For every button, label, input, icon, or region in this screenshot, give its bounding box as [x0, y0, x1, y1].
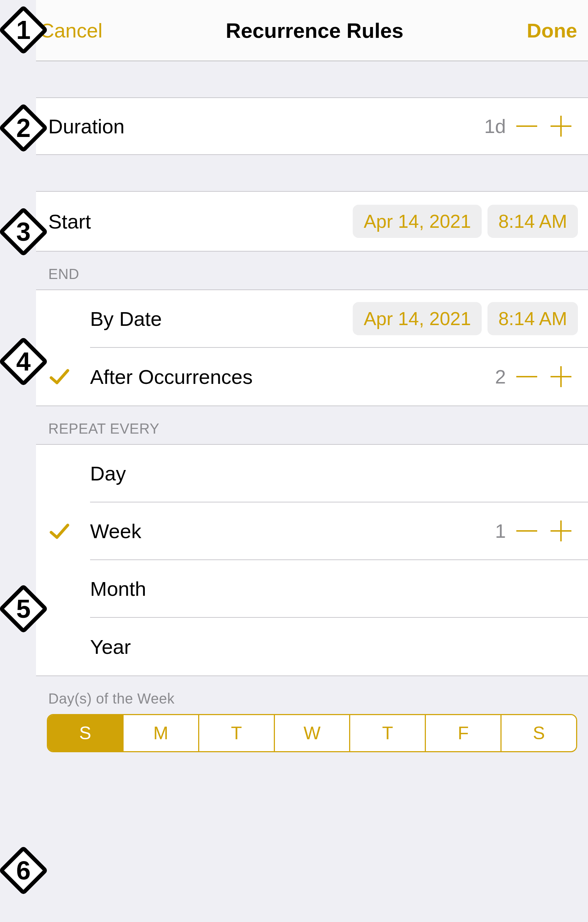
occurrences-increment-button[interactable] [544, 360, 578, 394]
day-monday[interactable]: M [122, 715, 198, 751]
repeat-week-row[interactable]: Week 1 [36, 502, 588, 560]
minus-icon [514, 364, 539, 389]
end-section-header: End [36, 252, 588, 289]
start-time-button[interactable]: 8:14 AM [487, 205, 578, 238]
occurrences-stepper [510, 360, 578, 394]
done-button[interactable]: Done [527, 19, 577, 42]
repeat-week-decrement-button[interactable] [510, 514, 544, 548]
duration-stepper [510, 109, 578, 144]
duration-value: 1d [484, 115, 506, 137]
plus-icon [548, 518, 573, 544]
checkmark-icon [48, 520, 70, 543]
screen: Cancel Recurrence Rules Done Duration 1d… [36, 0, 588, 922]
day-wednesday[interactable]: W [274, 715, 350, 751]
checkmark-icon [48, 366, 70, 388]
callout-marker-5: 5 [0, 585, 47, 632]
duration-label: Duration [48, 114, 125, 138]
page-title: Recurrence Rules [226, 18, 403, 43]
day-friday[interactable]: F [425, 715, 500, 751]
end-by-date-label: By Date [90, 307, 162, 330]
day-thursday[interactable]: T [349, 715, 425, 751]
navbar: Cancel Recurrence Rules Done [36, 0, 588, 61]
cancel-button[interactable]: Cancel [40, 19, 102, 42]
callout-marker-2: 2 [0, 105, 47, 151]
start-row: Start Apr 14, 2021 8:14 AM [36, 191, 588, 252]
day-sunday[interactable]: S [48, 715, 122, 751]
duration-increment-button[interactable] [544, 109, 578, 144]
minus-icon [514, 518, 539, 544]
duration-decrement-button[interactable] [510, 109, 544, 144]
end-date-button[interactable]: Apr 14, 2021 [353, 302, 482, 335]
duration-row: Duration 1d [36, 97, 588, 155]
end-by-date-row[interactable]: By Date Apr 14, 2021 8:14 AM [36, 290, 588, 348]
day-tuesday[interactable]: T [198, 715, 274, 751]
callout-marker-6: 6 [0, 847, 47, 894]
start-date-button[interactable]: Apr 14, 2021 [353, 205, 482, 238]
repeat-year-row[interactable]: Year [36, 618, 588, 675]
days-of-week-header: Day(s) of the Week [36, 676, 588, 714]
repeat-day-label: Day [90, 462, 126, 485]
days-of-week-picker: S M T W T F S [47, 714, 577, 752]
repeat-list: Day Week 1 [36, 444, 588, 676]
end-after-occurrences-check [48, 366, 90, 388]
callout-marker-3: 3 [0, 208, 47, 255]
start-label: Start [48, 210, 91, 233]
end-time-button[interactable]: 8:14 AM [487, 302, 578, 335]
end-after-occurrences-row[interactable]: After Occurrences 2 [36, 348, 588, 405]
occurrences-decrement-button[interactable] [510, 360, 544, 394]
repeat-day-row[interactable]: Day [36, 445, 588, 502]
repeat-week-value: 1 [495, 520, 506, 542]
day-saturday[interactable]: S [500, 715, 576, 751]
repeat-year-label: Year [90, 635, 131, 659]
repeat-section-header: Repeat Every [36, 406, 588, 444]
end-after-occurrences-label: After Occurrences [90, 365, 253, 389]
repeat-week-increment-button[interactable] [544, 514, 578, 548]
repeat-month-row[interactable]: Month [36, 560, 588, 618]
repeat-week-label: Week [90, 520, 141, 543]
end-list: By Date Apr 14, 2021 8:14 AM After Occur… [36, 289, 588, 406]
repeat-week-stepper [510, 514, 578, 548]
callout-marker-1: 1 [0, 7, 47, 53]
callout-marker-4: 4 [0, 338, 47, 385]
occurrences-value: 2 [495, 366, 506, 388]
plus-icon [548, 114, 573, 139]
repeat-month-label: Month [90, 577, 146, 600]
plus-icon [548, 364, 573, 389]
minus-icon [514, 114, 539, 139]
